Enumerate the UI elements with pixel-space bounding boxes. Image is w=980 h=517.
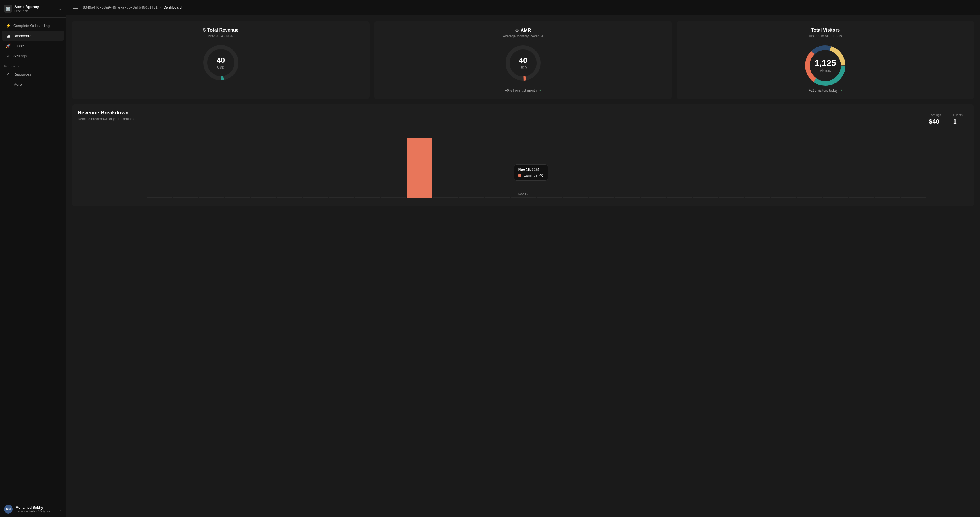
earnings-label: Earnings <box>929 113 941 117</box>
sidebar-chevron-icon[interactable]: ⌄ <box>58 6 62 11</box>
visitors-subtitle: Visitors to All Funnels <box>809 34 842 38</box>
visitors-unit: Visitors <box>820 69 831 73</box>
sidebar-item-label: More <box>13 82 22 87</box>
sidebar-header: 🏢 Acme Agency Free Plan ⌄ <box>0 0 66 17</box>
sidebar-item-funnels[interactable]: 🚀 Funnels <box>2 41 64 51</box>
dashboard-icon: ▦ <box>6 33 10 38</box>
sidebar: 🏢 Acme Agency Free Plan ⌄ ⚡ Complete Onb… <box>0 0 66 517</box>
sidebar-item-label: Funnels <box>13 44 27 48</box>
resources-section-label: Resources <box>0 61 66 69</box>
sidebar-nav: ⚡ Complete Onboarding ▦ Dashboard 🚀 Funn… <box>0 17 66 501</box>
chart-bar <box>355 197 380 198</box>
brand-plan: Free Plan <box>14 9 39 13</box>
sidebar-toggle-button[interactable] <box>72 4 80 11</box>
chart-bar <box>407 138 432 198</box>
total-revenue-center: 40 USD <box>216 56 225 70</box>
amr-footer: +0% from last month ↗ <box>505 89 541 92</box>
chart-bar <box>251 197 276 198</box>
dashboard-content: $ Total Revenue Nov 2024 - Now 40 USD <box>66 15 980 517</box>
user-info: Mohamed Sobhy mohamedsobhi777@gm... <box>16 506 56 513</box>
chart-bar <box>693 197 718 198</box>
amr-value: 40 <box>519 56 527 65</box>
chart-bar <box>381 197 406 198</box>
visitors-value: 1,125 <box>815 58 836 68</box>
chart-bar <box>771 197 796 198</box>
trend-up-icon: ↗ <box>538 89 541 92</box>
chart-inner: Nov 16, 2024 Earnings 40 Nov 16 <box>75 135 971 198</box>
sidebar-item-resources[interactable]: ↗ Resources <box>2 69 64 79</box>
resources-icon: ↗ <box>6 72 10 76</box>
sidebar-item-label: Dashboard <box>13 33 32 38</box>
metrics-row: $ Total Revenue Nov 2024 - Now 40 USD <box>72 21 974 100</box>
amr-icon: ⊙ <box>515 28 519 33</box>
funnels-icon: 🚀 <box>6 43 10 48</box>
sidebar-logo: 🏢 Acme Agency Free Plan <box>4 5 39 13</box>
revenue-chart: Nov 16, 2024 Earnings 40 Nov 16 <box>72 132 974 207</box>
visitors-trend-text: +219 visitors today <box>809 89 837 92</box>
total-revenue-subtitle: Nov 2024 - Now <box>208 34 233 38</box>
clients-stat: Clients 1 <box>947 110 969 129</box>
chart-bar-area <box>146 135 926 198</box>
breakdown-stats: Earnings $40 Clients 1 <box>923 110 969 129</box>
visitors-donut: 1,125 Visitors <box>802 43 848 89</box>
visitors-title: Total Visitors <box>811 28 840 33</box>
chart-bar <box>589 197 614 198</box>
more-icon: ··· <box>6 82 10 87</box>
amr-unit: USD <box>519 66 527 70</box>
breakdown-subtitle: Detailed breakdown of your Earnings. <box>78 117 135 121</box>
chart-bar <box>537 197 562 198</box>
amr-donut: 40 USD <box>503 43 543 83</box>
chart-bar <box>667 197 692 198</box>
breadcrumb: 8349a4f6-38a9-46fe-a7db-3afb46051f81 › D… <box>83 5 182 10</box>
breakdown-title-group: Revenue Breakdown Detailed breakdown of … <box>78 110 135 121</box>
earnings-stat: Earnings $40 <box>923 110 947 129</box>
sidebar-item-more[interactable]: ··· More <box>2 80 64 89</box>
user-profile[interactable]: MS Mohamed Sobhy mohamedsobhi777@gm... ⌄ <box>0 501 66 517</box>
chart-bar <box>823 197 848 198</box>
total-revenue-title: $ Total Revenue <box>203 28 239 33</box>
total-revenue-card: $ Total Revenue Nov 2024 - Now 40 USD <box>72 21 369 100</box>
chart-bar <box>329 197 354 198</box>
user-chevron-icon: ⌄ <box>59 507 62 512</box>
chart-bar <box>459 197 484 198</box>
breakdown-title: Revenue Breakdown <box>78 110 135 116</box>
logo-icon: 🏢 <box>4 5 12 13</box>
breadcrumb-separator: › <box>160 5 161 10</box>
dollar-icon: $ <box>203 28 205 33</box>
avatar: MS <box>4 505 13 514</box>
chart-bar <box>511 197 536 198</box>
breadcrumb-id: 8349a4f6-38a9-46fe-a7db-3afb46051f81 <box>83 5 158 10</box>
total-revenue-unit: USD <box>217 65 224 70</box>
user-name: Mohamed Sobhy <box>16 506 56 509</box>
chart-bar <box>875 197 900 198</box>
chart-bar <box>433 197 458 198</box>
total-revenue-donut: 40 USD <box>201 43 241 83</box>
amr-title: ⊙ AMR <box>515 28 531 33</box>
chart-bar <box>563 197 588 198</box>
visitors-trend-icon: ↗ <box>839 89 842 92</box>
chart-bar <box>146 197 172 198</box>
svg-rect-0 <box>73 5 78 5</box>
svg-rect-1 <box>73 6 78 7</box>
main-content: 8349a4f6-38a9-46fe-a7db-3afb46051f81 › D… <box>66 0 980 517</box>
amr-card: ⊙ AMR Average Monthly Revenue 40 USD <box>374 21 672 100</box>
clients-value: 1 <box>953 118 963 126</box>
sidebar-brand: Acme Agency Free Plan <box>14 5 39 13</box>
revenue-breakdown-card: Revenue Breakdown Detailed breakdown of … <box>72 104 974 207</box>
breadcrumb-current: Dashboard <box>163 5 182 10</box>
sidebar-item-label: Settings <box>13 54 27 58</box>
settings-icon: ⚙ <box>6 54 10 58</box>
onboarding-icon: ⚡ <box>6 23 10 28</box>
sidebar-item-dashboard[interactable]: ▦ Dashboard <box>2 31 64 41</box>
total-visitors-card: Total Visitors Visitors to All Funnels <box>677 21 974 100</box>
sidebar-item-onboarding[interactable]: ⚡ Complete Onboarding <box>2 21 64 30</box>
sidebar-item-settings[interactable]: ⚙ Settings <box>2 51 64 60</box>
chart-bar <box>849 197 874 198</box>
amr-trend-text: +0% from last month <box>505 89 536 92</box>
chart-x-label: Nov 16 <box>518 192 528 196</box>
chart-bar <box>615 197 640 198</box>
chart-bar <box>199 197 224 198</box>
breakdown-header: Revenue Breakdown Detailed breakdown of … <box>72 104 974 129</box>
topbar: 8349a4f6-38a9-46fe-a7db-3afb46051f81 › D… <box>66 0 980 15</box>
total-revenue-value: 40 <box>216 56 225 65</box>
